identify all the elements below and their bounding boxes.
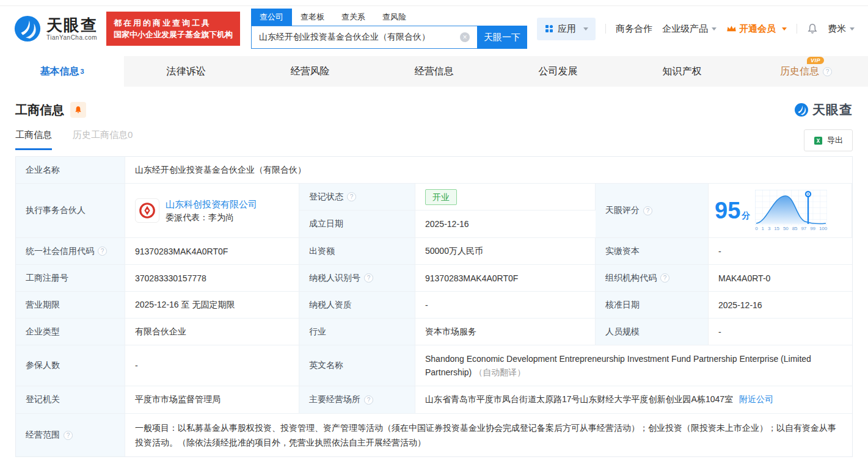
- tab-intellectual-property[interactable]: 知识产权: [620, 56, 744, 87]
- apps-grid-icon: [544, 24, 554, 34]
- field-label-approval-date: 核准日期: [596, 292, 709, 319]
- field-label-company-name: 企业名称: [16, 157, 125, 184]
- help-icon[interactable]: [347, 192, 356, 201]
- tab-operating-risk[interactable]: 经营风险: [248, 56, 372, 87]
- biz-cooperation-link[interactable]: 商务合作: [616, 23, 652, 35]
- field-value-org-code: MAK4A0RT-0: [709, 265, 852, 292]
- tab-basic-info[interactable]: 基本信息3: [0, 56, 124, 87]
- field-label-partner: 执行事务合伙人: [16, 184, 125, 238]
- field-value-contribution: 50000万人民币: [415, 238, 596, 265]
- subtab-history-business-info[interactable]: 历史工商信息0: [73, 129, 133, 150]
- partner-representative: 委派代表：李为尚: [166, 211, 257, 224]
- search-tab-risk[interactable]: 查风险: [374, 9, 415, 26]
- field-label-insured-count: 参保人数: [16, 345, 125, 386]
- field-label-scope: 经营范围: [16, 414, 125, 456]
- chevron-down-icon: [583, 27, 588, 31]
- help-icon[interactable]: [364, 273, 373, 283]
- export-label: 导出: [827, 135, 843, 146]
- field-value-company-name: 山东经开创业投资基金合伙企业（有限合伙）: [125, 157, 852, 184]
- help-icon[interactable]: [364, 395, 373, 405]
- tab-operating-info[interactable]: 经营信息: [372, 56, 496, 87]
- field-label-text: 登记状态: [309, 192, 343, 203]
- export-button[interactable]: 导出: [804, 129, 853, 151]
- field-label-reg-no: 工商注册号: [16, 265, 125, 292]
- field-label-text: 纳税人识别号: [309, 273, 360, 284]
- field-label-address: 主要经营场所: [299, 386, 415, 414]
- field-value-scope: 一般项目：以私募基金从事股权投资、投资管理、资产管理等活动（须在中国证券投资基金…: [125, 414, 852, 456]
- tab-label: 基本信息: [40, 65, 79, 78]
- subtab-business-info[interactable]: 工商信息: [15, 129, 52, 150]
- help-icon[interactable]: [643, 206, 652, 215]
- crown-icon: [726, 24, 737, 33]
- search-tab-relation[interactable]: 查关系: [333, 9, 374, 26]
- help-icon[interactable]: [823, 67, 832, 76]
- tab-label: 公司发展: [539, 65, 578, 78]
- header-nav: 应用 商务合作 企业级产品 开通会员: [537, 18, 855, 40]
- tab-company-development[interactable]: 公司发展: [496, 56, 620, 87]
- tab-legal-proceedings[interactable]: 法律诉讼: [124, 56, 248, 87]
- enterprise-products-menu[interactable]: 企业级产品: [662, 23, 717, 35]
- field-label-industry: 行业: [299, 319, 415, 345]
- watermark-text: 天眼查: [812, 101, 853, 118]
- field-value-term: 2025-12-16 至 无固定期限: [125, 292, 299, 319]
- field-value-company-type: 有限合伙企业: [125, 319, 299, 345]
- top-divider: [0, 0, 868, 6]
- score-chart-ticks: 0131550859799100: [755, 226, 827, 231]
- field-value-partner: 山东科创投资有限公司 委派代表：李为尚: [125, 184, 299, 238]
- watermark-logo: 天眼查: [794, 101, 853, 118]
- search-tab-company[interactable]: 查公司: [251, 9, 292, 26]
- tab-count: 3: [80, 68, 84, 75]
- vip-label: 开通会员: [739, 23, 776, 35]
- chevron-down-icon: [850, 27, 855, 31]
- enterprise-label: 企业级产品: [662, 23, 708, 35]
- field-label-reg-status: 登记状态: [299, 184, 415, 211]
- tab-label: 知识产权: [663, 65, 702, 78]
- vip-menu[interactable]: 开通会员: [726, 23, 787, 35]
- field-value-tax-qualification: -: [415, 292, 596, 319]
- username: 费米: [828, 23, 846, 35]
- search-tab-boss[interactable]: 查老板: [292, 9, 333, 26]
- field-label-text: 主要经营场所: [309, 394, 360, 405]
- clear-icon[interactable]: [460, 32, 470, 42]
- field-value-english-name: Shandong Economic Development Entreprene…: [415, 345, 852, 386]
- field-value-est-date: 2025-12-16: [415, 211, 596, 238]
- search-area: 查公司 查老板 查关系 查风险 天眼一下: [251, 9, 527, 49]
- help-icon[interactable]: [64, 431, 73, 440]
- user-menu[interactable]: 费米: [828, 23, 855, 35]
- nearby-companies-link[interactable]: 附近公司: [739, 394, 773, 405]
- apps-menu[interactable]: 应用: [537, 18, 596, 40]
- field-value-reg-status: 开业: [415, 184, 596, 211]
- chevron-down-icon: [712, 27, 717, 31]
- promo-line2: 国家中小企业发展子基金旗下机构: [114, 29, 233, 40]
- field-value-industry: 资本市场服务: [415, 319, 596, 345]
- field-label-uscc: 统一社会信用代码: [16, 238, 125, 265]
- field-value-uscc: 91370283MAK4A0RT0F: [125, 238, 299, 265]
- address-text: 山东省青岛市平度市凤台街道太原路17号山东财经大学平度创新创业园A栋1047室: [425, 394, 733, 405]
- help-icon[interactable]: [660, 273, 669, 283]
- score-distribution-chart[interactable]: 0131550859799100: [755, 190, 827, 231]
- tianyancha-logo[interactable]: 天眼查 TianYanCha.com: [13, 15, 98, 43]
- vip-badge: VIP: [807, 57, 824, 64]
- partner-company-link[interactable]: 山东科创投资有限公司: [166, 199, 257, 209]
- search-button[interactable]: 天眼一下: [477, 26, 527, 49]
- status-badge: 开业: [425, 189, 457, 205]
- search-input[interactable]: [251, 26, 477, 49]
- apps-label: 应用: [558, 23, 576, 35]
- field-label-score: 天眼评分: [596, 184, 709, 238]
- field-label-tax-qualification: 纳税人资质: [299, 292, 415, 319]
- tab-history-info[interactable]: VIP 历史信息: [744, 56, 868, 87]
- header: 天眼查 TianYanCha.com 都在用的商业查询工具 国家中小企业发展子基…: [0, 6, 868, 51]
- search-tabs: 查公司 查老板 查关系 查风险: [251, 9, 527, 26]
- subscribe-bell-icon[interactable]: [70, 102, 86, 118]
- score-unit: 分: [742, 211, 750, 222]
- tab-label: 经营信息: [415, 65, 454, 78]
- field-value-staff-size: -: [709, 319, 852, 345]
- field-value-reg-no: 370283330157778: [125, 265, 299, 292]
- help-icon[interactable]: [98, 247, 107, 256]
- field-value-address: 山东省青岛市平度市凤台街道太原路17号山东财经大学平度创新创业园A栋1047室 …: [415, 386, 852, 414]
- notification-bell-icon[interactable]: [807, 23, 818, 34]
- auto-translate-note: （自动翻译）: [474, 367, 525, 377]
- field-value-approval-date: 2025-12-16: [709, 292, 852, 319]
- field-label-tax-id: 纳税人识别号: [299, 265, 415, 292]
- subtab-count: 0: [128, 129, 133, 140]
